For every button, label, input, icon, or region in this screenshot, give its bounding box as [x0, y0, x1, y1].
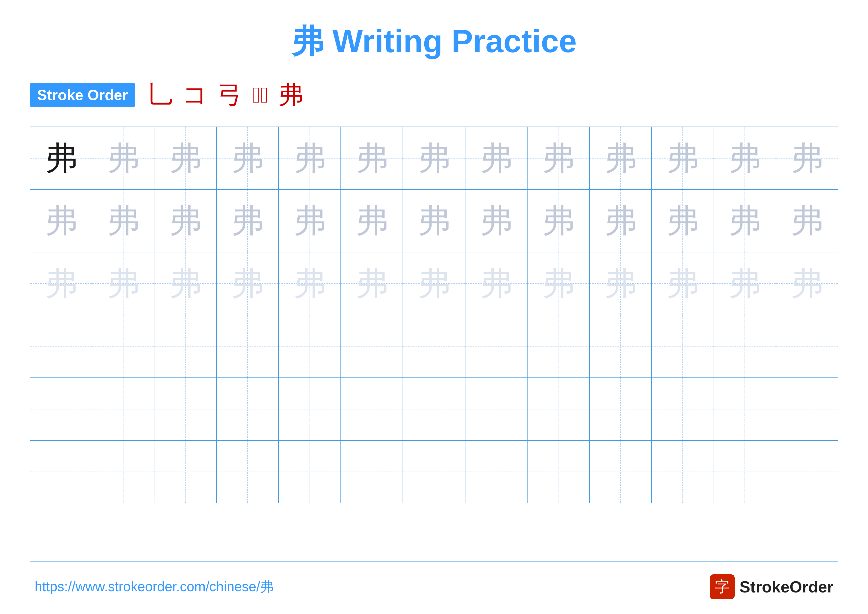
grid-cell-r5-c10[interactable]	[590, 378, 652, 440]
grid-cell-r1-c8[interactable]: 弗	[465, 127, 527, 189]
grid-cell-r3-c5[interactable]: 弗	[279, 252, 341, 314]
grid-cell-r2-c3[interactable]: 弗	[154, 190, 217, 252]
grid-cell-r1-c6[interactable]: 弗	[341, 127, 403, 189]
title-character: 弗	[291, 23, 323, 59]
grid-cell-r6-c4[interactable]	[217, 441, 279, 503]
grid-cell-r1-c4[interactable]: 弗	[217, 127, 279, 189]
grid-cell-r3-c2[interactable]: 弗	[92, 252, 154, 314]
char-medium: 弗	[604, 137, 637, 180]
grid-cell-r3-c10[interactable]: 弗	[590, 252, 652, 314]
grid-cell-r3-c8[interactable]: 弗	[465, 252, 527, 314]
grid-cell-r1-c7[interactable]: 弗	[403, 127, 465, 189]
char-medium: 弗	[729, 199, 761, 243]
char-medium: 弗	[169, 199, 202, 243]
grid-cell-r1-c13[interactable]: 弗	[776, 127, 838, 189]
grid-cell-r4-c4[interactable]	[217, 315, 279, 378]
grid-cell-r2-c1[interactable]: 弗	[30, 190, 92, 252]
grid-cell-r6-c7[interactable]	[403, 441, 465, 503]
grid-cell-r1-c2[interactable]: 弗	[92, 127, 154, 189]
grid-cell-r4-c2[interactable]	[92, 315, 154, 378]
footer-logo: 字 StrokeOrder	[710, 574, 833, 599]
grid-cell-r6-c11[interactable]	[652, 441, 714, 503]
grid-row-6	[30, 441, 838, 503]
grid-cell-r1-c12[interactable]: 弗	[714, 127, 776, 189]
char-light: 弗	[480, 262, 512, 305]
grid-cell-r4-c5[interactable]	[279, 315, 341, 378]
page-title: 弗 Writing Practice	[291, 20, 577, 64]
grid-cell-r1-c9[interactable]: 弗	[527, 127, 590, 189]
grid-cell-r4-c13[interactable]	[776, 315, 838, 378]
grid-cell-r1-c11[interactable]: 弗	[652, 127, 714, 189]
grid-cell-r1-c10[interactable]: 弗	[590, 127, 652, 189]
grid-cell-r5-c1[interactable]	[30, 378, 92, 440]
grid-cell-r5-c7[interactable]	[403, 378, 465, 440]
grid-cell-r2-c10[interactable]: 弗	[590, 190, 652, 252]
grid-cell-r3-c11[interactable]: 弗	[652, 252, 714, 314]
char-light: 弗	[231, 262, 264, 305]
grid-cell-r3-c6[interactable]: 弗	[341, 252, 403, 314]
grid-cell-r2-c6[interactable]: 弗	[341, 190, 403, 252]
grid-cell-r2-c12[interactable]: 弗	[714, 190, 776, 252]
grid-row-3: 弗 弗 弗 弗 弗 弗 弗 弗 弗	[30, 252, 838, 315]
grid-cell-r1-c5[interactable]: 弗	[279, 127, 341, 189]
char-medium: 弗	[480, 199, 512, 243]
grid-cell-r1-c3[interactable]: 弗	[154, 127, 217, 189]
grid-cell-r2-c13[interactable]: 弗	[776, 190, 838, 252]
grid-cell-r4-c11[interactable]	[652, 315, 714, 378]
grid-cell-r5-c5[interactable]	[279, 378, 341, 440]
char-light: 弗	[45, 262, 77, 305]
grid-cell-r2-c4[interactable]: 弗	[217, 190, 279, 252]
grid-cell-r6-c10[interactable]	[590, 441, 652, 503]
grid-cell-r6-c6[interactable]	[341, 441, 403, 503]
grid-cell-r6-c2[interactable]	[92, 441, 154, 503]
grid-cell-r6-c9[interactable]	[527, 441, 590, 503]
grid-cell-r4-c6[interactable]	[341, 315, 403, 378]
grid-cell-r6-c5[interactable]	[279, 441, 341, 503]
grid-cell-r3-c13[interactable]: 弗	[776, 252, 838, 314]
grid-cell-r2-c9[interactable]: 弗	[527, 190, 590, 252]
grid-cell-r6-c13[interactable]	[776, 441, 838, 503]
grid-cell-r3-c12[interactable]: 弗	[714, 252, 776, 314]
grid-cell-r2-c11[interactable]: 弗	[652, 190, 714, 252]
grid-cell-r2-c2[interactable]: 弗	[92, 190, 154, 252]
grid-cell-r1-c1[interactable]: 弗	[30, 127, 92, 189]
grid-cell-r3-c4[interactable]: 弗	[217, 252, 279, 314]
grid-cell-r5-c3[interactable]	[154, 378, 217, 440]
grid-cell-r4-c1[interactable]	[30, 315, 92, 378]
grid-cell-r2-c8[interactable]: 弗	[465, 190, 527, 252]
grid-row-4	[30, 315, 838, 378]
grid-cell-r5-c2[interactable]	[92, 378, 154, 440]
grid-cell-r2-c7[interactable]: 弗	[403, 190, 465, 252]
page: 弗 Writing Practice Stroke Order ⺃ コ 弓 𠃍弓…	[0, 0, 868, 614]
grid-cell-r3-c9[interactable]: 弗	[527, 252, 590, 314]
grid-cell-r5-c11[interactable]	[652, 378, 714, 440]
char-medium: 弗	[231, 199, 264, 243]
grid-cell-r3-c3[interactable]: 弗	[154, 252, 217, 314]
grid-cell-r4-c12[interactable]	[714, 315, 776, 378]
grid-cell-r5-c12[interactable]	[714, 378, 776, 440]
grid-cell-r4-c8[interactable]	[465, 315, 527, 378]
grid-cell-r5-c4[interactable]	[217, 378, 279, 440]
grid-cell-r2-c5[interactable]: 弗	[279, 190, 341, 252]
grid-cell-r3-c7[interactable]: 弗	[403, 252, 465, 314]
grid-cell-r3-c1[interactable]: 弗	[30, 252, 92, 314]
char-light: 弗	[356, 262, 388, 305]
grid-cell-r6-c8[interactable]	[465, 441, 527, 503]
grid-cell-r6-c12[interactable]	[714, 441, 776, 503]
logo-text: StrokeOrder	[739, 578, 833, 596]
char-medium: 弗	[791, 199, 823, 243]
grid-cell-r6-c3[interactable]	[154, 441, 217, 503]
char-medium: 弗	[666, 137, 699, 180]
grid-cell-r4-c7[interactable]	[403, 315, 465, 378]
grid-cell-r4-c3[interactable]	[154, 315, 217, 378]
grid-cell-r5-c8[interactable]	[465, 378, 527, 440]
grid-cell-r5-c13[interactable]	[776, 378, 838, 440]
grid-cell-r5-c6[interactable]	[341, 378, 403, 440]
grid-cell-r4-c10[interactable]	[590, 315, 652, 378]
grid-cell-r4-c9[interactable]	[527, 315, 590, 378]
char-medium: 弗	[107, 199, 139, 243]
char-light: 弗	[666, 262, 699, 305]
char-light: 弗	[791, 262, 823, 305]
grid-cell-r6-c1[interactable]	[30, 441, 92, 503]
grid-cell-r5-c9[interactable]	[527, 378, 590, 440]
